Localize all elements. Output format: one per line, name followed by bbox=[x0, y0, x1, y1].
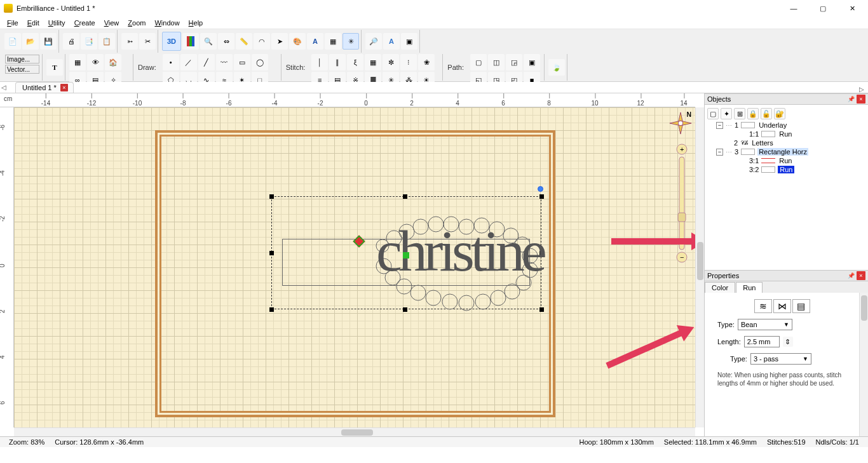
collapse-icon[interactable]: − bbox=[716, 149, 723, 156]
pass-select[interactable]: 3 - pass ▼ bbox=[750, 353, 811, 365]
new-icon[interactable]: 📄 bbox=[4, 33, 21, 50]
menu-edit[interactable]: Edit bbox=[23, 18, 44, 28]
stitch-3-icon[interactable]: ξ bbox=[347, 54, 363, 70]
panel-close-icon[interactable]: × bbox=[857, 95, 865, 104]
pin-icon[interactable]: 📌 bbox=[846, 95, 855, 104]
draw-ellipse-icon[interactable]: ◯ bbox=[252, 54, 268, 70]
panel-close-icon[interactable]: × bbox=[857, 271, 865, 280]
scissors-icon[interactable]: ✂ bbox=[139, 33, 156, 50]
minimize-button[interactable]: ― bbox=[779, 0, 808, 17]
copy-icon[interactable]: 📑 bbox=[81, 33, 97, 50]
tree-node-3-1[interactable]: 3:1 Run bbox=[706, 156, 867, 165]
obj-tool-lockall-icon[interactable]: 🔐 bbox=[774, 108, 785, 119]
menu-utility[interactable]: Utility bbox=[44, 18, 70, 28]
objects-panel-header[interactable]: Objects 📌 × bbox=[705, 93, 868, 105]
stitch-6-icon[interactable]: ⁝ bbox=[400, 54, 417, 70]
tab-color[interactable]: Color bbox=[705, 282, 735, 293]
menu-zoom[interactable]: Zoom bbox=[123, 18, 150, 28]
draw-free-icon[interactable]: 〰 bbox=[216, 54, 233, 70]
rotate-handle[interactable] bbox=[538, 186, 543, 192]
ruler-icon[interactable]: 📏 bbox=[236, 33, 252, 50]
document-tab[interactable]: Untitled 1 * × bbox=[15, 82, 74, 93]
vector-button[interactable]: Vector... bbox=[5, 65, 39, 74]
frame-icon[interactable]: ▣ bbox=[401, 33, 417, 50]
stitch-1-icon[interactable]: │ bbox=[311, 54, 328, 70]
draw-point-icon[interactable]: • bbox=[163, 54, 179, 70]
canvas-lettering[interactable]: christine bbox=[376, 228, 543, 275]
colorbars-icon[interactable] bbox=[182, 33, 199, 50]
draw-dash-icon[interactable]: ╱ bbox=[198, 54, 215, 70]
stitch-7-icon[interactable]: ❀ bbox=[418, 54, 435, 70]
properties-panel-header[interactable]: Properties 📌 × bbox=[705, 270, 868, 281]
collapse-icon[interactable]: − bbox=[716, 122, 723, 129]
tree-node-1-1[interactable]: 1:1 Run bbox=[706, 130, 867, 138]
menu-view[interactable]: View bbox=[100, 18, 124, 28]
tab-close-icon[interactable]: × bbox=[60, 84, 68, 91]
stitch-4-icon[interactable]: ▦ bbox=[365, 54, 381, 70]
tab-nav-right-icon[interactable]: ▷ bbox=[859, 86, 864, 93]
needle-icon[interactable]: ➳ bbox=[121, 33, 138, 50]
handle-ne[interactable] bbox=[539, 194, 544, 199]
palette-icon[interactable]: 🎨 bbox=[289, 33, 306, 50]
obj-tool-2-icon[interactable]: ✦ bbox=[721, 108, 732, 119]
path-4-icon[interactable]: ▣ bbox=[524, 54, 540, 70]
stitch-style-1-icon[interactable]: ≋ bbox=[754, 299, 772, 313]
protractor-icon[interactable]: ◠ bbox=[254, 33, 270, 50]
stitch-5-icon[interactable]: ✼ bbox=[383, 54, 399, 70]
leaf-icon[interactable]: 🍃 bbox=[548, 59, 565, 76]
path-2-icon[interactable]: ◫ bbox=[488, 54, 505, 70]
pan-icon[interactable]: ⇔ bbox=[218, 33, 234, 50]
tree-node-3[interactable]: − ⋯ 3 Rectangle Horz bbox=[706, 147, 867, 156]
text-tool-icon[interactable]: A bbox=[307, 33, 323, 50]
path-1-icon[interactable]: ▢ bbox=[470, 54, 487, 70]
text-t-icon[interactable]: T bbox=[46, 59, 63, 76]
compass-icon[interactable]: N bbox=[668, 111, 693, 135]
scrollbar-vertical[interactable] bbox=[695, 107, 704, 427]
three-d-button[interactable]: 3D bbox=[162, 32, 181, 51]
pin-icon[interactable]: 📌 bbox=[846, 271, 855, 280]
zoom-fit-icon[interactable]: 🔎 bbox=[365, 33, 382, 50]
text-a-icon[interactable]: A bbox=[383, 33, 400, 50]
length-stepper-icon[interactable]: ⇕ bbox=[783, 337, 793, 347]
path-3-icon[interactable]: ◲ bbox=[506, 54, 522, 70]
obj-tool-unlock-icon[interactable]: 🔓 bbox=[761, 108, 772, 119]
maximize-button[interactable]: ▢ bbox=[808, 0, 837, 17]
obj-tool-3-icon[interactable]: ⊞ bbox=[734, 108, 745, 119]
menu-help[interactable]: Help bbox=[184, 18, 208, 28]
length-input[interactable]: 2.5 mm bbox=[744, 336, 780, 347]
handle-w[interactable] bbox=[269, 251, 274, 255]
close-button[interactable]: ✕ bbox=[837, 0, 867, 17]
open-icon[interactable]: 📂 bbox=[22, 33, 39, 50]
stitch-2-icon[interactable]: ∥ bbox=[329, 54, 346, 70]
home-icon[interactable]: 🏠 bbox=[105, 54, 121, 70]
tab-run[interactable]: Run bbox=[736, 282, 763, 293]
zoom-tool-icon[interactable]: 🔍 bbox=[200, 33, 217, 50]
stitch-style-2-icon[interactable]: ⋈ bbox=[773, 299, 791, 313]
handle-n[interactable] bbox=[403, 194, 407, 199]
pointer-icon[interactable]: ➤ bbox=[271, 33, 288, 50]
tree-node-3-2[interactable]: 3:2 Run bbox=[706, 165, 867, 174]
obj-tool-1-icon[interactable]: ▢ bbox=[707, 108, 719, 119]
draw-line-icon[interactable]: ／ bbox=[180, 54, 197, 70]
menu-create[interactable]: Create bbox=[70, 18, 100, 28]
scrollbar-horizontal[interactable] bbox=[14, 427, 695, 436]
handle-nw[interactable] bbox=[269, 194, 274, 199]
properties-scrollbar[interactable] bbox=[859, 293, 868, 436]
radial-icon[interactable]: ✳ bbox=[342, 33, 359, 50]
tab-nav-left-icon[interactable]: ◁ bbox=[1, 84, 6, 91]
select-all-icon[interactable]: ▦ bbox=[69, 54, 86, 70]
save-icon[interactable]: 💾 bbox=[40, 33, 57, 50]
grid-icon[interactable]: ▦ bbox=[325, 33, 341, 50]
handle-sw[interactable] bbox=[269, 307, 274, 312]
tree-node-2[interactable]: 2 𝒞𝒽 Letters bbox=[706, 138, 867, 147]
image-button[interactable]: Image... bbox=[5, 55, 39, 64]
canvas[interactable]: christine N + − bbox=[14, 107, 695, 427]
stitch-style-3-icon[interactable]: ▤ bbox=[792, 299, 810, 313]
center-handle[interactable] bbox=[403, 252, 409, 258]
draw-rect-icon[interactable]: ▭ bbox=[234, 54, 250, 70]
obj-tool-lock-icon[interactable]: 🔒 bbox=[747, 108, 759, 119]
menu-file[interactable]: File bbox=[3, 18, 23, 28]
paste-icon[interactable]: 📋 bbox=[98, 33, 115, 50]
print-icon[interactable]: 🖨 bbox=[63, 33, 79, 50]
tree-node-1[interactable]: − ⋯ 1 Underlay bbox=[706, 121, 867, 130]
